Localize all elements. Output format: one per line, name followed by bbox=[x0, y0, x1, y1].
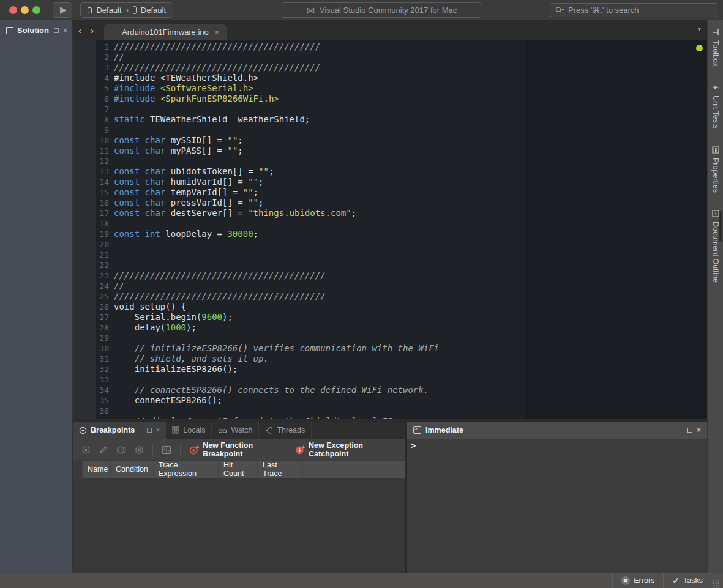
code-line[interactable]: 22 bbox=[73, 260, 707, 270]
zoom-window-button[interactable] bbox=[32, 6, 40, 14]
toggle-breakpoint-button[interactable] bbox=[116, 445, 126, 455]
pad-tab-toolbox[interactable]: Toolbox bbox=[711, 20, 720, 75]
run-configuration-selector[interactable]: Default › Default bbox=[80, 2, 173, 18]
line-number: 11 bbox=[73, 146, 114, 156]
code-line[interactable]: 19const int loopDelay = 30000; bbox=[73, 229, 707, 239]
column-header-name[interactable]: Name bbox=[83, 461, 111, 478]
immediate-pad-title: Immediate bbox=[425, 426, 463, 434]
code-line[interactable]: 25//////////////////////////////////////… bbox=[73, 291, 707, 302]
code-line[interactable]: 7 bbox=[73, 104, 707, 114]
code-line[interactable]: 15const char tempVarId[] = ""; bbox=[73, 187, 707, 198]
close-pad-button[interactable]: × bbox=[697, 428, 701, 433]
code-line[interactable]: 21 bbox=[73, 250, 707, 260]
tab-threads[interactable]: Threads bbox=[259, 422, 312, 439]
quick-task-status-icon[interactable] bbox=[696, 45, 703, 51]
column-header-lead bbox=[73, 461, 83, 478]
tab-breakpoints[interactable]: Breakpoints × bbox=[73, 422, 166, 439]
code-line[interactable]: 35 connectESP8266(); bbox=[73, 395, 707, 406]
column-header-last-trace[interactable]: Last Trace bbox=[258, 461, 303, 478]
resize-grip[interactable] bbox=[713, 579, 721, 588]
code-editor[interactable]: 1///////////////////////////////////////… bbox=[73, 40, 707, 419]
line-number: 4 bbox=[73, 73, 114, 83]
dock-pad-button[interactable] bbox=[147, 428, 152, 433]
code-line[interactable]: 3///////////////////////////////////////… bbox=[73, 62, 707, 73]
code-line[interactable]: 27 Serial.begin(9600); bbox=[73, 312, 707, 322]
line-number: 34 bbox=[73, 385, 114, 395]
code-line[interactable]: 11const char myPASS[] = ""; bbox=[73, 146, 707, 156]
columns-options-button[interactable] bbox=[162, 445, 171, 455]
code-line[interactable]: 9 bbox=[73, 125, 707, 135]
column-header-hit-count[interactable]: Hit Count bbox=[219, 461, 258, 478]
code-line[interactable]: 10const char mySSID[] = ""; bbox=[73, 135, 707, 146]
code-line[interactable]: 20 bbox=[73, 239, 707, 250]
navigate-forward-icon[interactable]: › bbox=[91, 25, 94, 35]
tab-watch[interactable]: Watch bbox=[212, 422, 259, 439]
code-line[interactable]: 31 // shield, and sets it up. bbox=[73, 354, 707, 364]
code-line[interactable]: 16const char pressVarId[] = ""; bbox=[73, 198, 707, 208]
immediate-prompt: > bbox=[411, 441, 416, 450]
new-breakpoint-button[interactable] bbox=[81, 445, 91, 455]
device-icon bbox=[88, 7, 92, 13]
remove-breakpoint-button[interactable] bbox=[135, 445, 144, 455]
code-line[interactable]: 14const char humidVarId[] = ""; bbox=[73, 177, 707, 187]
code-line[interactable]: 29 bbox=[73, 333, 707, 343]
code-line[interactable]: 24// bbox=[73, 281, 707, 291]
errors-button[interactable]: Errors bbox=[613, 573, 663, 588]
line-number: 6 bbox=[73, 94, 114, 104]
minimize-window-button[interactable] bbox=[21, 6, 29, 14]
dock-pad-button[interactable] bbox=[54, 28, 59, 33]
dock-pad-button[interactable] bbox=[687, 428, 692, 433]
line-number: 22 bbox=[73, 260, 114, 270]
new-exception-catchpoint-button[interactable]: New Exception Catchpoint bbox=[295, 441, 396, 458]
line-number: 25 bbox=[73, 291, 114, 302]
search-input[interactable] bbox=[568, 6, 712, 15]
checkmark-icon: ✓ bbox=[672, 576, 680, 586]
code-line[interactable]: 13const char ubidotsToken[] = ""; bbox=[73, 166, 707, 177]
code-line[interactable]: 18 bbox=[73, 218, 707, 229]
scrollbar-thumb[interactable] bbox=[719, 211, 722, 242]
line-number: 17 bbox=[73, 208, 114, 218]
code-line[interactable]: 26void setup() { bbox=[73, 302, 707, 312]
code-line[interactable]: 8static TEWeatherShield weatherShield; bbox=[73, 114, 707, 125]
tab-label: Threads bbox=[277, 426, 305, 434]
navigate-back-icon[interactable]: ‹ bbox=[78, 25, 81, 35]
code-line[interactable]: 28 delay(1000); bbox=[73, 322, 707, 333]
tab-list-dropdown-icon[interactable]: ▾ bbox=[697, 25, 701, 33]
code-line[interactable]: 12 bbox=[73, 156, 707, 166]
exception-catchpoint-icon bbox=[295, 445, 305, 455]
close-pad-button[interactable]: × bbox=[63, 28, 67, 33]
column-header-condition[interactable]: Condition bbox=[111, 461, 154, 478]
code-line[interactable]: 2// bbox=[73, 52, 707, 62]
code-line[interactable]: 36 bbox=[73, 406, 707, 416]
code-line[interactable]: 1///////////////////////////////////////… bbox=[73, 42, 707, 52]
code-line[interactable]: 6#include <SparkFunESP8266WiFi.h> bbox=[73, 94, 707, 104]
code-line[interactable]: 32 initializeESP8266(); bbox=[73, 364, 707, 374]
code-lines: 1///////////////////////////////////////… bbox=[73, 42, 707, 419]
run-button[interactable] bbox=[53, 2, 72, 18]
close-pad-button[interactable]: × bbox=[155, 428, 160, 433]
config-device-label: Default bbox=[96, 6, 121, 15]
code-line[interactable]: 23//////////////////////////////////////… bbox=[73, 270, 707, 281]
pad-tab-properties[interactable]: Properties bbox=[711, 138, 720, 201]
code-line[interactable]: 17const char destServer[] = "things.ubid… bbox=[73, 208, 707, 218]
code-line[interactable]: 4#include <TEWeatherShield.h> bbox=[73, 73, 707, 83]
code-line[interactable]: 30 // initializeESP8266() verifies commu… bbox=[73, 343, 707, 354]
edit-breakpoint-button[interactable] bbox=[99, 445, 108, 454]
breakpoints-list[interactable] bbox=[73, 478, 405, 573]
code-line[interactable]: 33 bbox=[73, 374, 707, 385]
line-number: 21 bbox=[73, 250, 114, 260]
toolbox-icon bbox=[712, 29, 719, 36]
tasks-button[interactable]: ✓ Tasks bbox=[664, 573, 711, 588]
new-function-breakpoint-button[interactable]: New Function Breakpoint bbox=[189, 441, 287, 458]
immediate-console-input[interactable]: > bbox=[407, 439, 707, 573]
code-line[interactable]: 5#include <SoftwareSerial.h> bbox=[73, 83, 707, 94]
global-search-box[interactable] bbox=[550, 3, 717, 17]
close-window-button[interactable] bbox=[9, 6, 17, 14]
tab-locals[interactable]: Locals bbox=[166, 422, 212, 439]
column-header-trace-expression[interactable]: Trace Expression bbox=[154, 461, 219, 478]
code-line[interactable]: 34 // connectESP8266() connects to the d… bbox=[73, 385, 707, 395]
close-tab-icon[interactable]: × bbox=[214, 28, 219, 37]
line-number: 26 bbox=[73, 302, 114, 312]
pad-tab-unit-tests[interactable]: Unit Tests bbox=[711, 75, 720, 138]
document-tab[interactable]: Arduino101Firmware.ino × bbox=[104, 24, 227, 40]
